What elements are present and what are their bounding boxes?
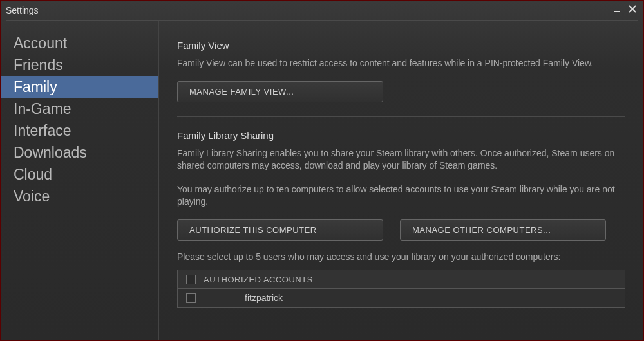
header-checkbox-cell xyxy=(178,275,204,284)
row-checkbox-cell xyxy=(178,293,204,303)
table-row[interactable]: fitzpatrick xyxy=(178,289,625,307)
library-sharing-heading: Family Library Sharing xyxy=(177,130,625,141)
minimize-icon xyxy=(612,5,621,14)
table-header-row: AUTHORIZED ACCOUNTS xyxy=(178,270,625,289)
select-users-text: Please select up to 5 users who may acce… xyxy=(177,251,625,263)
titlebar: Settings xyxy=(1,1,643,20)
family-view-description: Family View can be used to restrict acce… xyxy=(177,57,625,69)
library-sharing-description-1: Family Library Sharing enables you to sh… xyxy=(177,147,625,172)
sidebar-item-downloads[interactable]: Downloads xyxy=(1,142,158,163)
row-checkbox[interactable] xyxy=(186,293,196,303)
sidebar-item-voice[interactable]: Voice xyxy=(1,185,158,207)
window-title: Settings xyxy=(6,5,39,15)
family-view-heading: Family View xyxy=(177,40,625,51)
minimize-button[interactable] xyxy=(610,3,624,15)
manage-family-view-button[interactable]: MANAGE FAMILY VIEW... xyxy=(177,81,383,102)
sidebar-item-friends[interactable]: Friends xyxy=(1,54,158,76)
section-divider xyxy=(177,116,625,117)
sidebar-item-cloud[interactable]: Cloud xyxy=(1,163,158,185)
authorize-this-computer-button[interactable]: AUTHORIZE THIS COMPUTER xyxy=(177,219,383,241)
account-name: fitzpatrick xyxy=(245,293,283,303)
sidebar-item-in-game[interactable]: In-Game xyxy=(1,98,158,120)
sidebar-item-account[interactable]: Account xyxy=(1,32,158,54)
authorized-accounts-column-header: AUTHORIZED ACCOUNTS xyxy=(204,275,313,284)
library-sharing-description-2: You may authorize up to ten computers to… xyxy=(177,183,625,208)
content-pane: Family View Family View can be used to r… xyxy=(159,21,643,340)
settings-window: Settings Account Friends Family In-Game … xyxy=(0,0,644,341)
body: Account Friends Family In-Game Interface… xyxy=(1,21,643,340)
window-controls xyxy=(610,3,639,15)
library-sharing-button-row: AUTHORIZE THIS COMPUTER MANAGE OTHER COM… xyxy=(177,219,625,241)
manage-other-computers-button[interactable]: MANAGE OTHER COMPUTERS... xyxy=(400,219,606,241)
select-all-checkbox[interactable] xyxy=(186,275,196,284)
sidebar-item-interface[interactable]: Interface xyxy=(1,120,158,142)
authorized-accounts-table: AUTHORIZED ACCOUNTS fitzpatrick xyxy=(177,270,625,308)
sidebar-item-family[interactable]: Family xyxy=(1,76,158,98)
sidebar: Account Friends Family In-Game Interface… xyxy=(1,21,159,340)
close-button[interactable] xyxy=(625,3,639,15)
close-icon xyxy=(628,5,637,14)
